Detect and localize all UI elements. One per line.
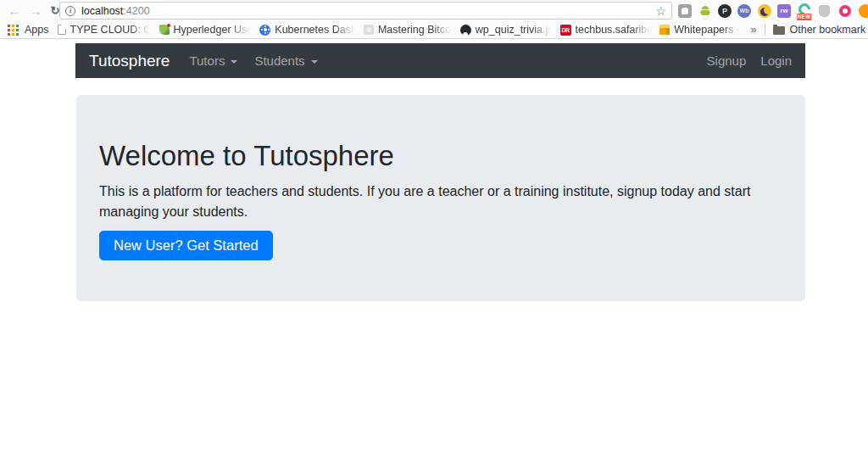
bookmark-label: wp_quiz_trivia.js xyxy=(476,24,554,36)
bookmark-star-icon[interactable]: ☆ xyxy=(655,5,666,17)
brand-link[interactable]: Tutosphere xyxy=(89,52,170,70)
bookmarks-overflow-chevron-icon[interactable]: » xyxy=(750,23,756,36)
forward-icon[interactable]: → xyxy=(26,0,45,21)
bookmark-item[interactable]: wp_quiz_trivia.js xyxy=(460,24,554,36)
url-port: :4200 xyxy=(123,5,149,17)
nav-item-tutors[interactable]: Tutors xyxy=(182,53,244,68)
folder-icon xyxy=(773,26,785,35)
gray-square-glyph-icon xyxy=(678,4,692,18)
site-navbar: Tutosphere Tutors Students Signup Login xyxy=(75,43,805,78)
orange-circle-glyph-icon xyxy=(859,4,868,18)
chevron-down-icon xyxy=(311,60,318,64)
bookmark-label: TYPE CLOUD: Cha xyxy=(70,24,153,36)
apps-grid-icon xyxy=(8,25,10,27)
new-badge: NEW xyxy=(797,14,812,20)
android-glyph-icon xyxy=(698,4,712,18)
kubernetes-icon xyxy=(259,25,270,36)
intro-text: This is a platform for teachers and stud… xyxy=(99,181,760,222)
bookmark-label: Kubernetes Dash xyxy=(275,24,357,36)
site-info-icon[interactable]: i xyxy=(65,6,75,16)
bookmark-label: Mastering Bitcoi xyxy=(378,24,453,36)
bookmark-label: Hyperledger Use xyxy=(174,24,253,36)
get-started-button[interactable]: New User? Get Started xyxy=(99,231,273,260)
shield-glyph-icon xyxy=(819,5,830,17)
nav-item-students[interactable]: Students xyxy=(248,53,324,68)
bookmarks-separator xyxy=(765,25,765,36)
night-mode-extension-icon[interactable] xyxy=(757,3,771,18)
moon-glyph-icon xyxy=(758,4,771,18)
hyperledger-icon xyxy=(159,25,170,35)
nav-item-signup[interactable]: Signup xyxy=(707,53,747,68)
bookmark-item[interactable]: Hyperledger Use xyxy=(159,24,253,36)
page-icon xyxy=(58,25,66,35)
faded-favicon-icon xyxy=(364,25,374,35)
pink-ring-glyph-icon xyxy=(839,5,851,17)
bookmark-label: techbus.safaribo xyxy=(576,24,654,36)
bookmarks-bar: Apps TYPE CLOUD: Cha Hyperledger Use Kub… xyxy=(0,21,868,39)
other-bookmarks-folder[interactable]: Other bookmark xyxy=(773,24,866,36)
page-title: Welcome to Tutosphere xyxy=(99,139,782,173)
page-viewport: Tutosphere Tutors Students Signup Login … xyxy=(0,39,868,469)
chevron-down-icon xyxy=(231,60,237,64)
url-host: localhost xyxy=(81,5,123,17)
rw-extension-icon[interactable]: rw xyxy=(777,4,791,18)
nav-item-login[interactable]: Login xyxy=(760,53,792,68)
bookmark-label: Whitepapers – A xyxy=(674,24,742,36)
apps-label: Apps xyxy=(25,24,49,36)
green-ring-extension-icon[interactable]: NEW xyxy=(797,3,811,18)
github-icon xyxy=(460,25,471,36)
address-bar[interactable]: i localhost :4200 ☆ xyxy=(59,2,672,20)
extensions-row: P Wb rw NEW xyxy=(677,0,868,21)
apps-shortcut[interactable]: Apps xyxy=(8,24,49,36)
browser-toolbar: ← → ↻ i localhost :4200 ☆ P Wb rw NEW xyxy=(0,0,868,21)
bookmark-item[interactable]: TYPE CLOUD: Cha xyxy=(58,24,153,36)
bookmark-item[interactable]: DR techbus.safaribo xyxy=(560,24,654,36)
bookmark-item[interactable]: Mastering Bitcoi xyxy=(364,24,453,36)
nav-item-tutors-label: Tutors xyxy=(189,53,225,68)
pink-ring-extension-icon[interactable] xyxy=(837,3,852,18)
back-icon[interactable]: ← xyxy=(5,0,24,21)
bookmark-item[interactable]: Kubernetes Dash xyxy=(259,24,357,36)
oreilly-icon: DR xyxy=(560,25,571,36)
bookmark-item[interactable]: Whitepapers – A xyxy=(659,24,742,36)
cube-icon xyxy=(659,25,670,35)
navbar-right: Signup Login xyxy=(707,53,792,68)
gray-shield-extension-icon[interactable] xyxy=(817,3,832,18)
pocket-extension-icon[interactable]: P xyxy=(718,4,732,18)
android-extension-icon[interactable] xyxy=(698,3,712,18)
jumbotron: Welcome to Tutosphere This is a platform… xyxy=(76,95,805,301)
gray-square-extension-icon[interactable] xyxy=(677,3,692,18)
wb-extension-icon[interactable]: Wb xyxy=(737,4,751,18)
other-bookmarks-label: Other bookmark xyxy=(790,24,866,36)
nav-item-students-label: Students xyxy=(254,53,304,68)
orange-extension-icon[interactable] xyxy=(858,3,868,18)
